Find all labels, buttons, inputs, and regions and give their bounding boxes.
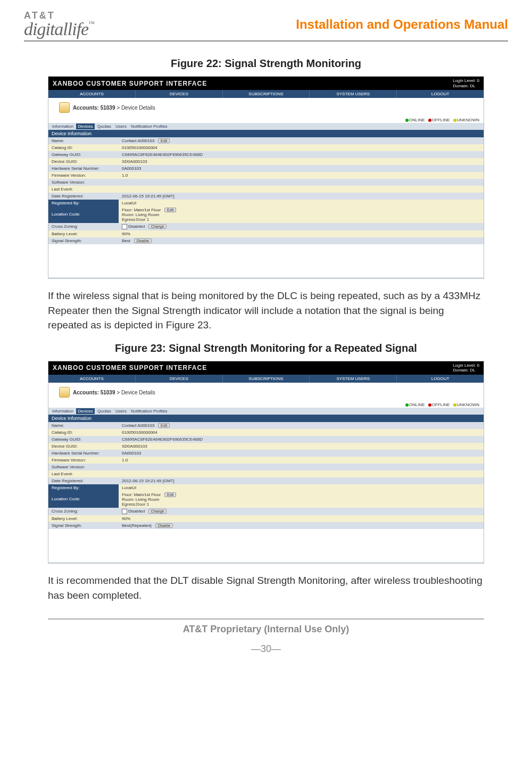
app-title-bar: XANBOO CUSTOMER SUPPORT INTERFACE Login … (48, 361, 484, 375)
paragraph-2: It is recommended that the DLT disable S… (48, 573, 484, 602)
row-firmware-version: Firmware Version:1.0 (48, 457, 484, 464)
breadcrumb: Accounts: 51039 > Device Details (48, 98, 484, 117)
status-legend: ONLINE OFFLINE UNKNOWN (48, 402, 484, 408)
proprietary-notice: AT&T Proprietary (Internal Use Only) (48, 624, 484, 635)
edit-button[interactable]: Edit (158, 423, 170, 428)
app-title-bar: XANBOO CUSTOMER SUPPORT INTERFACE Login … (48, 77, 484, 90)
dot-online-icon (405, 119, 409, 122)
nav-subscriptions[interactable]: SUBSCRIPTIONS (223, 90, 310, 98)
row-battery-level: Battery Level:90% (48, 230, 484, 237)
figure-22-title: Figure 22: Signal Strength Monitoring (24, 57, 508, 70)
section-device-information: Device Information (48, 130, 484, 137)
dot-online-icon (405, 403, 409, 407)
row-battery-level: Battery Level:90% (48, 515, 484, 522)
row-name: Name:Contact A000103 Edit (48, 137, 484, 144)
row-location-code: Location Code: Floor: Main/1st Floor Edi… (48, 491, 484, 508)
att-digitallife-logo: AT&T digitallife™ (24, 11, 94, 38)
row-signal-strength: Signal Strength:Best(Repeated) Disable (48, 522, 484, 529)
change-button[interactable]: Change (148, 509, 167, 514)
nav-devices[interactable]: DEVICES (136, 375, 223, 383)
change-button[interactable]: Change (148, 224, 167, 229)
tab-information[interactable]: Information (51, 123, 75, 129)
dot-offline-icon (428, 119, 431, 122)
row-software-version: Software Version: (48, 179, 484, 186)
device-info-table: Name:Contact A000103 Edit Catalog ID:010… (48, 137, 484, 244)
login-info: Login Level: 0 Domain: DL (453, 363, 479, 373)
nav-devices[interactable]: DEVICES (136, 90, 223, 98)
dot-unknown-icon (453, 119, 456, 122)
page-footer: AT&T Proprietary (Internal Use Only) —30… (48, 618, 484, 655)
figure-23-title: Figure 23: Signal Strength Monitoring fo… (24, 342, 508, 354)
row-gateway-guid: Gateway GUID:C6895AC8F82E484E802F690635C… (48, 436, 484, 443)
row-registered-by: Registered By:LocalUI (48, 200, 484, 207)
checkbox-icon[interactable] (122, 224, 127, 229)
logo-text-bottom: digitallife™ (24, 20, 94, 38)
tab-quotas[interactable]: Quotas (96, 408, 113, 414)
row-last-event: Last Event: (48, 186, 484, 193)
edit-button[interactable]: Edit (158, 138, 170, 143)
disable-button[interactable]: Disable (134, 238, 152, 243)
row-registered-by: Registered By:LocalUI (48, 484, 484, 491)
nav-logout[interactable]: LOGOUT (397, 90, 484, 98)
disable-button[interactable]: Disable (155, 523, 173, 528)
xanboo-brand: XANBOO CUSTOMER SUPPORT INTERFACE (53, 80, 207, 87)
edit-button[interactable]: Edit (164, 208, 176, 212)
nav-system-users[interactable]: SYSTEM USERS (310, 375, 397, 383)
tab-devices[interactable]: Devices (76, 123, 94, 129)
breadcrumb-text: Accounts: 51039 > Device Details (73, 390, 155, 395)
row-date-registered: Date Registered:2012-06-15 19:21:49 [GMT… (48, 477, 484, 484)
main-nav: ACCOUNTS DEVICES SUBSCRIPTIONS SYSTEM US… (48, 90, 484, 98)
row-location-code: Location Code: Floor: Main/1st Floor Edi… (48, 207, 484, 223)
nav-accounts[interactable]: ACCOUNTS (48, 375, 136, 383)
xanboo-brand: XANBOO CUSTOMER SUPPORT INTERFACE (53, 364, 207, 371)
dot-unknown-icon (453, 403, 456, 407)
row-catalog-id: Catalog ID:010050100000004 (48, 144, 484, 151)
login-info: Login Level: 0 Domain: DL (453, 78, 479, 88)
row-last-event: Last Event: (48, 470, 484, 477)
tab-users[interactable]: Users (114, 123, 128, 129)
tab-notification-profiles[interactable]: Notification Profiles (129, 408, 169, 414)
breadcrumb: Accounts: 51039 > Device Details (48, 383, 484, 402)
account-icon (59, 387, 70, 398)
figure-23-screenshot: XANBOO CUSTOMER SUPPORT INTERFACE Login … (48, 361, 484, 564)
document-title: Installation and Operations Manual (296, 17, 508, 32)
edit-button[interactable]: Edit (164, 492, 176, 497)
account-icon (59, 102, 70, 113)
row-cross-zoning: Cross Zoning:Disabled Change (48, 508, 484, 515)
breadcrumb-text: Accounts: 51039 > Device Details (73, 105, 155, 111)
row-signal-strength: Signal Strength:Best Disable (48, 237, 484, 244)
row-hardware-serial: Hardware Serial Number:0A000103 (48, 450, 484, 457)
nav-subscriptions[interactable]: SUBSCRIPTIONS (223, 375, 310, 383)
tab-quotas[interactable]: Quotas (96, 123, 113, 129)
row-hardware-serial: Hardware Serial Number:0A000103 (48, 165, 484, 172)
tab-information[interactable]: Information (51, 408, 75, 414)
figure-22-screenshot: XANBOO CUSTOMER SUPPORT INTERFACE Login … (48, 76, 484, 279)
blank-area (48, 529, 484, 562)
sub-tabs: Information Devices Quotas Users Notific… (48, 408, 484, 415)
paragraph-1: If the wireless signal that is being mon… (48, 288, 484, 333)
row-software-version: Software Version: (48, 464, 484, 470)
row-cross-zoning: Cross Zoning:Disabled Change (48, 223, 484, 230)
nav-accounts[interactable]: ACCOUNTS (48, 90, 136, 98)
checkbox-icon[interactable] (122, 509, 127, 514)
tab-users[interactable]: Users (114, 408, 128, 414)
row-gateway-guid: Gateway GUID:C6895AC8F82E484E802F690635C… (48, 151, 484, 158)
nav-logout[interactable]: LOGOUT (397, 375, 484, 383)
tab-notification-profiles[interactable]: Notification Profiles (129, 123, 169, 129)
row-catalog-id: Catalog ID:010050100000004 (48, 429, 484, 436)
row-firmware-version: Firmware Version:1.0 (48, 172, 484, 179)
section-device-information: Device Information (48, 415, 484, 422)
sub-tabs: Information Devices Quotas Users Notific… (48, 123, 484, 130)
doc-header: AT&T digitallife™ Installation and Opera… (24, 11, 508, 42)
device-info-table: Name:Contact A000103 Edit Catalog ID:010… (48, 422, 484, 529)
main-nav: ACCOUNTS DEVICES SUBSCRIPTIONS SYSTEM US… (48, 375, 484, 383)
blank-area (48, 244, 484, 277)
row-name: Name:Contact A000103 Edit (48, 422, 484, 429)
nav-system-users[interactable]: SYSTEM USERS (310, 90, 397, 98)
page-number: —30— (48, 643, 484, 655)
row-date-registered: Date Registered:2012-06-15 19:21:49 [GMT… (48, 193, 484, 200)
tab-devices[interactable]: Devices (76, 408, 94, 414)
dot-offline-icon (428, 403, 431, 407)
row-device-guid: Device GUID:SD0A000103 (48, 443, 484, 450)
row-device-guid: Device GUID:SD0A000103 (48, 158, 484, 165)
